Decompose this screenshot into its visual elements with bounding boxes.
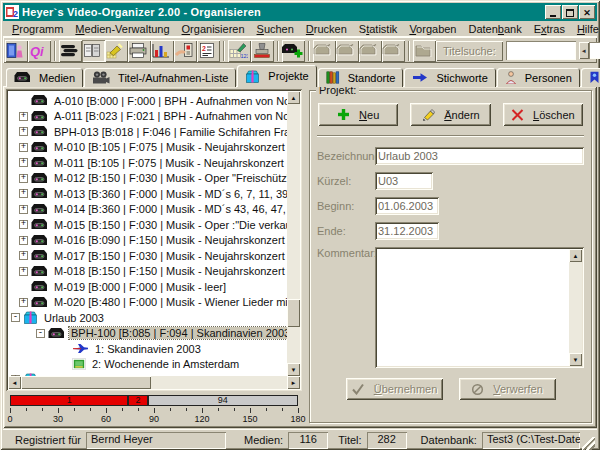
- spinner-value[interactable]: [589, 42, 600, 59]
- media-tool-button-3[interactable]: [359, 40, 382, 62]
- scroll-up-button[interactable]: ▲: [569, 249, 582, 262]
- edit-titles-button[interactable]: 123: [228, 40, 251, 62]
- tree-item[interactable]: +A-011 [B:023 | F:021 | BPH - Aufnahmen …: [8, 109, 287, 125]
- search-button[interactable]: [105, 40, 128, 62]
- kommentar-scrollbar[interactable]: ▲ ▼: [569, 249, 582, 366]
- tree-item[interactable]: -BPH-100 [B:085 | F:094 | Skandinavien 2…: [8, 326, 287, 342]
- menu-programm[interactable]: Programm: [6, 23, 69, 35]
- tree-item[interactable]: -Urlaub 2003: [8, 310, 287, 326]
- spinner-left-button[interactable]: ◄: [579, 42, 589, 59]
- tab-titel-aufnahmen-liste[interactable]: Titel-/Aufnahmen-Liste: [84, 68, 236, 87]
- bezeichnung-field[interactable]: [375, 147, 584, 165]
- tab-klassifizierungen[interactable]: Klassifizierungen: [581, 68, 600, 87]
- beginn-field[interactable]: [375, 197, 439, 215]
- tree-item[interactable]: +M-016 [B:090 | F:150 | Musik - Neujahrs…: [8, 233, 287, 249]
- menu-hilfe[interactable]: Hilfe: [571, 23, 600, 35]
- status-bar: Registriert für Bernd Heyer Medien: 116 …: [3, 429, 597, 450]
- collapse-icon[interactable]: -: [11, 313, 20, 322]
- scroll-down-button[interactable]: ▼: [287, 363, 300, 376]
- tree-horizontal-scrollbar[interactable]: ◄ ►: [8, 376, 300, 389]
- expand-icon[interactable]: +: [19, 205, 28, 214]
- neu-button[interactable]: Neu: [318, 103, 398, 126]
- stamp-button[interactable]: [251, 40, 274, 62]
- media-tool-button-5[interactable]: [413, 40, 436, 62]
- organize-button[interactable]: [82, 40, 105, 62]
- tree-item[interactable]: +BPH-013 [B:018 | F:046 | Familie Schifa…: [8, 124, 287, 140]
- close-button[interactable]: ✕: [579, 5, 595, 19]
- tab-standorte[interactable]: Standorte: [318, 68, 404, 87]
- tree-item[interactable]: 2: Wochenende in Amsterdam: [8, 357, 287, 373]
- kommentar-field[interactable]: ▲ ▼: [375, 247, 584, 368]
- ändern-button[interactable]: Ändern: [410, 103, 490, 126]
- title-bar[interactable]: 2 Heyer`s Video-Organizer 2.00 - Organis…: [3, 3, 597, 21]
- collapse-icon[interactable]: -: [36, 329, 45, 338]
- expand-icon[interactable]: +: [19, 158, 28, 167]
- menu-organisieren[interactable]: Organisieren: [176, 23, 251, 35]
- tree-item[interactable]: +M-020 [B:480 | F:000 | Musik - Wiener L…: [8, 295, 287, 311]
- titelsuche-input[interactable]: [506, 41, 576, 60]
- tree-item[interactable]: M-019 [B:000 | F:000 | Musik - leer]: [8, 279, 287, 295]
- maximize-button[interactable]: [562, 5, 578, 19]
- expand-icon[interactable]: +: [19, 267, 28, 276]
- media-management-button[interactable]: [59, 40, 82, 62]
- expand-icon[interactable]: +: [19, 174, 28, 183]
- menu-medien-verwaltung[interactable]: Medien-Verwaltung: [69, 23, 175, 35]
- tab-stichworte[interactable]: Stichworte: [404, 68, 495, 87]
- tree-view[interactable]: A-010 [B:000 | F:000 | BPH - Aufnahmen v…: [8, 91, 287, 376]
- tab-personen[interactable]: Personen: [497, 68, 580, 87]
- defaults-button[interactable]: [174, 40, 197, 62]
- ruler-tick: [154, 408, 155, 413]
- übernehmen-button[interactable]: Übernehmen: [346, 378, 443, 400]
- expand-icon[interactable]: +: [19, 220, 28, 229]
- tree-item[interactable]: +M-017 [B:150 | F:030 | Musik - Neujahrs…: [8, 248, 287, 264]
- tree-item[interactable]: +M-015 [B:150 | F:030 | Musik - Oper :"D…: [8, 217, 287, 233]
- media-tool-button-4[interactable]: [382, 40, 405, 62]
- löschen-button[interactable]: Löschen: [503, 103, 583, 126]
- expand-icon[interactable]: +: [19, 298, 28, 307]
- media-tool-button-2[interactable]: [336, 40, 359, 62]
- scroll-left-button[interactable]: ◄: [8, 376, 21, 389]
- menu-vorgaben[interactable]: Vorgaben: [403, 23, 462, 35]
- minimize-button[interactable]: [545, 5, 561, 19]
- tree-item[interactable]: +M-012 [B:150 | F:030 | Musik - Oper "Fr…: [8, 171, 287, 187]
- tree-item[interactable]: +M-014 [B:360 | F:000 | Musik - MD´s 43,…: [8, 202, 287, 218]
- add-media-button[interactable]: [282, 40, 305, 62]
- quickinfo-button[interactable]: Qi: [28, 40, 51, 62]
- kuerzel-field[interactable]: [375, 172, 433, 190]
- print-button[interactable]: [128, 40, 151, 62]
- horizontal-scroll-thumb[interactable]: [21, 376, 151, 389]
- checklist-button[interactable]: 2: [197, 40, 220, 62]
- scroll-up-button[interactable]: ▲: [287, 91, 300, 104]
- exit-button[interactable]: [5, 40, 28, 62]
- tab-projekte[interactable]: Projekte: [237, 65, 316, 87]
- menu-drucken[interactable]: Drucken: [300, 23, 353, 35]
- scroll-right-button[interactable]: ►: [287, 376, 300, 389]
- verwerfen-button[interactable]: Verwerfen: [459, 378, 556, 400]
- tree-vertical-scrollbar[interactable]: ▲ ▼: [287, 91, 300, 376]
- menu-extras[interactable]: Extras: [528, 23, 571, 35]
- expand-icon[interactable]: +: [19, 127, 28, 136]
- vertical-scroll-thumb[interactable]: [287, 299, 300, 327]
- expand-icon[interactable]: +: [19, 189, 28, 198]
- tree-item[interactable]: 1: Skandinavien 2003: [8, 341, 287, 357]
- media-tool-button-1[interactable]: [313, 40, 336, 62]
- tree-item[interactable]: A-010 [B:000 | F:000 | BPH - Aufnahmen v…: [8, 93, 287, 109]
- statistics-button[interactable]: [151, 40, 174, 62]
- tree-item[interactable]: +M-010 [B:105 | F:075 | Musik - Neujahrs…: [8, 140, 287, 156]
- menu-datenbank[interactable]: Datenbank: [462, 23, 527, 35]
- tree-item[interactable]: +M-011 [B:105 | F:075 | Musik - Neujahrs…: [8, 155, 287, 171]
- tree-connector: [19, 96, 28, 105]
- tab-medien[interactable]: Medien: [6, 68, 83, 87]
- tree-item[interactable]: +M-013 [B:360 | F:000 | Musik - MD´s 6, …: [8, 186, 287, 202]
- expand-icon[interactable]: +: [19, 236, 28, 245]
- scroll-down-button[interactable]: ▼: [569, 353, 582, 366]
- expand-icon[interactable]: +: [19, 143, 28, 152]
- ende-field[interactable]: [375, 222, 439, 240]
- resize-grip[interactable]: [582, 437, 595, 450]
- titelsuche-button[interactable]: Titelsuche:: [436, 41, 503, 61]
- expand-icon[interactable]: +: [19, 251, 28, 260]
- menu-suchen[interactable]: Suchen: [251, 23, 300, 35]
- expand-icon[interactable]: +: [19, 112, 28, 121]
- menu-statistik[interactable]: Statistik: [353, 23, 404, 35]
- tree-item[interactable]: +M-018 [B:150 | F:150 | Musik - Neujahrs…: [8, 264, 287, 280]
